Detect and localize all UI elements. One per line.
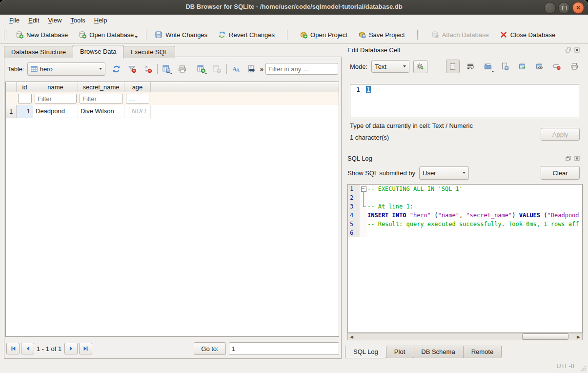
close-button[interactable]: ✕ [572, 2, 584, 14]
fold-marker[interactable] [360, 185, 367, 193]
goto-input[interactable] [229, 342, 339, 355]
filter-secret-name-input[interactable] [80, 94, 123, 104]
format-button[interactable]: AA [230, 62, 243, 75]
menu-tools[interactable]: Tools [66, 16, 89, 25]
document-icon [449, 63, 456, 70]
sql-log-line: 2-- [348, 193, 582, 202]
open-in-external-button[interactable] [516, 60, 528, 73]
save-project-button[interactable]: Save Project [353, 28, 410, 41]
set-null-button[interactable] [550, 60, 563, 73]
encoding-indicator[interactable]: UTF-8 [556, 362, 574, 370]
scroll-left-arrow[interactable]: ◀ [348, 333, 355, 340]
clear-filters-button[interactable] [126, 62, 139, 75]
export-cell-button[interactable] [499, 60, 511, 73]
filter-age-input[interactable] [126, 94, 149, 104]
dock-float-button[interactable] [565, 155, 572, 162]
scrollbar-thumb[interactable] [522, 333, 568, 340]
print-table-button[interactable] [176, 62, 189, 75]
filter-name-input[interactable] [35, 94, 77, 104]
copy-link-button[interactable] [533, 60, 546, 73]
clear-log-button[interactable]: Clear [541, 166, 580, 180]
filter-any-input[interactable] [265, 63, 338, 75]
column-header-name[interactable]: name [33, 82, 78, 92]
scrollbar-track[interactable] [355, 333, 575, 340]
write-changes-button[interactable]: Write Changes [149, 28, 213, 41]
previous-record-button[interactable] [21, 343, 34, 354]
dock-tab-remote[interactable]: Remote [463, 346, 502, 358]
cell-age[interactable]: NULL [124, 105, 151, 118]
column-header-age[interactable]: age [124, 82, 151, 92]
tab-execute-sql[interactable]: Execute SQL [123, 46, 175, 58]
last-record-button[interactable] [79, 343, 92, 354]
row-header[interactable]: 1 [6, 105, 17, 118]
find-button[interactable] [245, 62, 258, 75]
first-record-button[interactable] [6, 343, 20, 354]
next-record-icon [68, 345, 75, 352]
menu-file[interactable]: File [5, 16, 24, 25]
auto-switch-mode-button[interactable] [413, 60, 427, 73]
dock-tab-db-schema[interactable]: DB Schema [413, 346, 463, 358]
fold-margin [360, 228, 367, 237]
cell-id[interactable]: 1 [17, 105, 33, 118]
revert-changes-button[interactable]: Revert Changes [213, 28, 280, 41]
print-cell-button[interactable] [568, 60, 581, 73]
menu-help[interactable]: Help [90, 16, 112, 25]
grid-corner[interactable] [6, 82, 17, 92]
dock-close-button[interactable] [573, 46, 581, 54]
dock-tab-plot[interactable]: Plot [386, 346, 413, 358]
dock-tab-sql-log[interactable]: SQL Log [345, 346, 386, 358]
sql-log-view[interactable]: 1-- EXECUTING ALL IN 'SQL 1'2--3-- At li… [347, 184, 583, 333]
attach-database-label: Attach Database [442, 31, 489, 39]
sql-log-dock-titlebar[interactable]: SQL Log [347, 153, 581, 163]
submitted-by-select[interactable]: User [419, 166, 469, 180]
new-database-button[interactable]: New Database [10, 28, 73, 41]
resize-grip[interactable] [580, 365, 586, 371]
insert-record-button[interactable] [195, 62, 208, 75]
next-record-button[interactable] [64, 343, 78, 354]
column-header-secret-name[interactable]: secret_name [78, 82, 124, 92]
chevron-down-icon [463, 172, 466, 174]
set-null-icon [553, 62, 561, 70]
table-select[interactable]: hero [27, 62, 105, 76]
tab-browse-data[interactable]: Browse Data [73, 45, 123, 59]
tab-database-structure[interactable]: Database Structure [4, 46, 73, 58]
cell-secret-name[interactable]: Dive Wilson [78, 105, 124, 118]
cell-name[interactable]: Deadpond [33, 105, 78, 118]
refresh-icon [218, 31, 226, 39]
open-database-button[interactable]: Open Database [73, 28, 143, 41]
sql-log-hscrollbar[interactable]: ◀ ▶ [347, 333, 583, 340]
toolbar-overflow-chevron[interactable]: » [258, 65, 265, 73]
browse-data-panel: Table: hero AA » [4, 57, 342, 359]
sort-clear-icon [143, 65, 152, 73]
dock-close-button[interactable] [573, 155, 581, 162]
menu-view[interactable]: View [43, 16, 66, 25]
minimize-button[interactable]: − [544, 2, 556, 14]
scroll-right-arrow[interactable]: ▶ [575, 333, 582, 340]
toolbar-separator [157, 64, 158, 74]
column-header-id[interactable]: id [17, 82, 33, 92]
filter-id-input[interactable] [18, 94, 32, 104]
refresh-button[interactable] [110, 62, 123, 75]
toolbar-drag-handle[interactable] [4, 30, 6, 40]
save-project-label: Save Project [369, 31, 405, 39]
sql-log-line: 3-- At line 1: [348, 202, 582, 211]
export-table-button[interactable] [161, 62, 173, 75]
maximize-button[interactable] [558, 2, 570, 14]
filter-clear-icon [128, 65, 136, 73]
browse-toolbar: Table: hero AA » [7, 62, 339, 76]
clear-sorting-button[interactable] [142, 62, 154, 75]
word-wrap-button[interactable] [464, 60, 477, 73]
mode-select[interactable]: Text [371, 60, 409, 73]
text-mode-button[interactable] [446, 60, 460, 73]
edit-cell-dock-titlebar[interactable]: Edit Database Cell [347, 45, 581, 55]
menu-edit[interactable]: Edit [24, 16, 43, 25]
cell-editor[interactable]: 1 1 [350, 84, 579, 118]
cell-editor-content[interactable]: 1 [366, 86, 371, 93]
title-bar[interactable]: DB Browser for SQLite - /home/user/code/… [0, 0, 588, 15]
goto-button[interactable]: Go to: [194, 342, 226, 355]
close-database-button[interactable]: Close Database [494, 28, 561, 41]
dock-float-button[interactable] [565, 46, 572, 54]
printer-icon [570, 62, 578, 70]
open-project-button[interactable]: Open Project [294, 28, 353, 41]
import-cell-button[interactable] [482, 60, 494, 73]
